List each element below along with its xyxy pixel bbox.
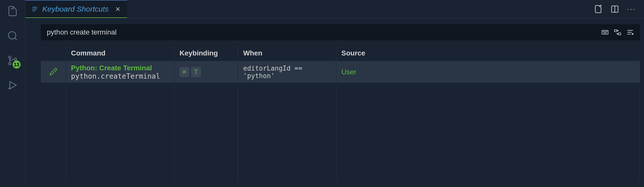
keybinding-cell: ⌘ T — [174, 61, 238, 83]
svg-rect-20 — [615, 30, 617, 32]
more-actions-icon[interactable]: ··· — [627, 5, 636, 13]
source-value: User — [341, 68, 356, 76]
split-editor-icon[interactable] — [611, 5, 619, 13]
explorer-icon[interactable] — [7, 5, 19, 17]
content-area: Command Keybinding When Source Python: C… — [25, 18, 644, 187]
source-control-badge: 13 — [13, 60, 21, 69]
svg-point-17 — [605, 32, 606, 32]
svg-line-1 — [15, 38, 17, 40]
search-icon[interactable] — [7, 30, 19, 42]
close-icon[interactable] — [115, 6, 121, 12]
debug-icon[interactable] — [7, 79, 19, 91]
shortcuts-table: Command Keybinding When Source Python: C… — [41, 45, 640, 187]
svg-point-6 — [8, 87, 10, 89]
key: ⌘ — [180, 67, 189, 77]
header-source[interactable]: Source — [341, 49, 365, 57]
tab-keyboard-shortcuts[interactable]: Keyboard Shortcuts — [25, 0, 127, 18]
table-row[interactable]: Python: Create Terminal python.createTer… — [41, 61, 640, 83]
search-input[interactable] — [47, 28, 601, 36]
empty-area — [41, 83, 640, 183]
source-control-icon[interactable]: 13 — [7, 54, 19, 67]
command-title: Python: Create Terminal — [71, 64, 174, 72]
clear-filter-icon[interactable] — [626, 28, 634, 36]
when-condition: editorLangId == 'python' — [243, 65, 336, 80]
activity-bar: 13 — [0, 0, 25, 187]
svg-point-16 — [604, 32, 605, 32]
tab-label: Keyboard Shortcuts — [42, 5, 109, 13]
svg-point-4 — [14, 58, 16, 60]
search-bar — [41, 24, 640, 40]
key: T — [191, 67, 201, 77]
header-keybinding[interactable]: Keybinding — [180, 49, 218, 57]
svg-point-2 — [9, 56, 11, 58]
svg-point-0 — [8, 32, 16, 39]
header-when[interactable]: When — [243, 49, 262, 57]
svg-point-3 — [9, 63, 11, 65]
header-command[interactable]: Command — [71, 49, 105, 57]
open-changes-icon[interactable] — [594, 5, 602, 13]
svg-point-18 — [607, 32, 607, 32]
svg-marker-5 — [10, 81, 16, 89]
svg-rect-14 — [602, 30, 608, 34]
svg-rect-21 — [618, 33, 621, 35]
record-keys-icon[interactable] — [601, 28, 609, 36]
svg-point-15 — [603, 32, 603, 32]
tab-bar: Keyboard Shortcuts — [25, 0, 644, 18]
edit-icon[interactable] — [49, 68, 57, 77]
sort-icon[interactable] — [614, 28, 621, 36]
table-header: Command Keybinding When Source — [41, 45, 640, 61]
command-id: python.createTerminal — [71, 72, 174, 80]
main-container: Keyboard Shortcuts — [25, 0, 644, 187]
list-icon — [31, 6, 38, 13]
